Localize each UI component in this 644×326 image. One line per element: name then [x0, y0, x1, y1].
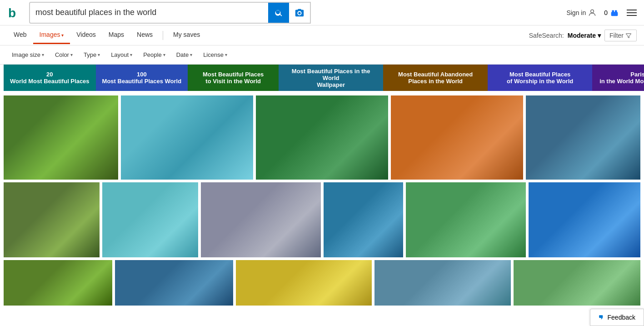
- image-cell[interactable]: [374, 260, 510, 306]
- image-row-1: [4, 95, 640, 180]
- filter-people[interactable]: People: [139, 49, 170, 60]
- svg-rect-4: [612, 10, 614, 13]
- search-input[interactable]: [30, 4, 268, 21]
- image-grid: [0, 91, 644, 313]
- safesearch-label: SafeSearch:: [529, 32, 564, 39]
- related-item-6[interactable]: Most Beautiful Placesof Worship in the W…: [488, 65, 592, 91]
- image-cell[interactable]: [391, 95, 523, 180]
- search-bar: [29, 2, 311, 24]
- bing-logo[interactable]: b: [7, 5, 24, 21]
- related-item-4[interactable]: Most Beautiful Places in the WorldWallpa…: [279, 65, 383, 91]
- camera-search-button[interactable]: [289, 8, 310, 18]
- image-cell[interactable]: [4, 260, 112, 306]
- related-item-3[interactable]: Most Beautiful Placesto Visit in the Wor…: [188, 65, 279, 91]
- feedback-button[interactable]: Feedback: [590, 309, 644, 313]
- reward-count: 0: [604, 9, 608, 16]
- filter-date[interactable]: Date: [172, 49, 197, 60]
- related-item-2[interactable]: 100Most Beautiful Places World: [96, 65, 188, 91]
- header-right: Sign in 0: [566, 8, 637, 18]
- filter-license[interactable]: License: [199, 49, 232, 60]
- svg-point-2: [591, 10, 594, 13]
- image-cell[interactable]: [201, 182, 321, 257]
- svg-text:b: b: [8, 6, 16, 20]
- rewards-icon[interactable]: 0: [604, 8, 619, 18]
- filter-button[interactable]: Filter: [604, 30, 637, 41]
- filter-image-size[interactable]: Image size: [7, 49, 49, 60]
- nav-news[interactable]: News: [130, 26, 159, 44]
- safesearch-value[interactable]: Moderate ▾: [568, 32, 601, 39]
- related-item-5[interactable]: Most Beautiful AbandonedPlaces in the Wo…: [383, 65, 488, 91]
- safesearch-area: SafeSearch: Moderate ▾ Filter: [529, 30, 637, 41]
- image-cell[interactable]: [526, 95, 640, 180]
- filter-type[interactable]: Type: [79, 49, 105, 60]
- nav-web[interactable]: Web: [7, 26, 33, 44]
- nav-images[interactable]: Images: [33, 26, 70, 44]
- image-cell[interactable]: [4, 182, 100, 257]
- image-row-2: [4, 182, 640, 257]
- nav-videos[interactable]: Videos: [70, 26, 102, 44]
- svg-rect-5: [615, 10, 617, 13]
- sign-in-button[interactable]: Sign in: [566, 8, 597, 17]
- hamburger-menu[interactable]: [627, 10, 637, 16]
- image-cell[interactable]: [4, 95, 118, 180]
- image-cell[interactable]: [514, 260, 640, 306]
- nav-mysaves[interactable]: My saves: [167, 26, 206, 44]
- image-cell[interactable]: [115, 260, 233, 306]
- image-cell[interactable]: [102, 182, 198, 257]
- nav-bar: Web Images Videos Maps News My saves Saf…: [0, 25, 644, 45]
- image-cell[interactable]: [256, 95, 388, 180]
- sign-in-label: Sign in: [566, 9, 586, 16]
- nav-maps[interactable]: Maps: [102, 26, 130, 44]
- header: b Sign in 0: [0, 0, 644, 25]
- image-cell[interactable]: [324, 182, 404, 257]
- search-button[interactable]: [268, 3, 289, 23]
- related-searches-bar: 20World Most Beautiful Places 100Most Be…: [0, 65, 644, 91]
- nav-separator: [163, 31, 163, 40]
- filter-bar: Image size Color Type Layout People Date…: [0, 45, 644, 65]
- image-row-3: [4, 260, 640, 306]
- image-cell[interactable]: [121, 95, 253, 180]
- related-item-1[interactable]: 20World Most Beautiful Places: [4, 65, 96, 91]
- image-cell[interactable]: [236, 260, 372, 306]
- filter-color[interactable]: Color: [50, 49, 77, 60]
- image-cell[interactable]: [406, 182, 526, 257]
- related-item-7[interactable]: Parisin the World Most Beautiful: [592, 65, 644, 91]
- image-cell[interactable]: [529, 182, 640, 257]
- filter-layout[interactable]: Layout: [106, 49, 137, 60]
